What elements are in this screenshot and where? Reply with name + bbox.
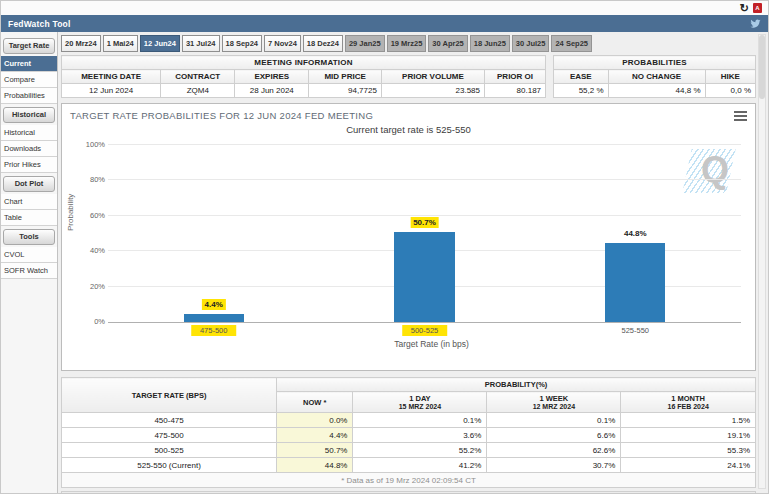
sub-column-line1: 1 MONTH	[624, 394, 752, 403]
month-cell: 19.1%	[621, 428, 756, 443]
column-header-ease: EASE	[554, 70, 609, 84]
now-cell: 50.7%	[277, 443, 353, 458]
y-tick-80: 80%	[78, 175, 105, 184]
watermark-letter: Q	[701, 149, 729, 191]
sidebar-item-prior-hikes[interactable]: Prior Hikes	[1, 157, 57, 173]
sidebar-item-table[interactable]: Table	[1, 210, 57, 226]
gridline-100	[108, 144, 741, 145]
vertical-scrollbar[interactable]	[758, 34, 766, 489]
scrollbar-thumb[interactable]	[759, 35, 765, 99]
chart-menu-icon[interactable]	[734, 110, 747, 123]
rate-cell: 475-500	[62, 428, 277, 443]
now-cell: 4.4%	[277, 428, 353, 443]
column-header-prior-volume: PRIOR VOLUME	[381, 70, 484, 84]
plot-wrapper: Probability Q 0%20%40%60%80%100%4.4%475-…	[62, 145, 755, 323]
column-header-meeting-date: MEETING DATE	[62, 70, 161, 84]
tab-20-mrz24[interactable]: 20 Mrz24	[61, 35, 101, 52]
app-titlebar: FedWatch Tool	[1, 15, 768, 32]
sidebar-section-tools: Tools	[3, 229, 55, 245]
column-header-contract: CONTRACT	[161, 70, 235, 84]
refresh-icon[interactable]: ↻	[740, 3, 749, 13]
month-cell: 1.5%	[621, 413, 756, 428]
tab-29-jan25[interactable]: 29 Jan25	[345, 35, 385, 52]
tab-1-mai24[interactable]: 1 Mai24	[103, 35, 138, 52]
watermark-stripes	[682, 149, 735, 193]
now-cell: 44.8%	[277, 458, 353, 473]
content-area: 20 Mrz241 Mai2412 Jun2431 Jul2418 Sep247…	[58, 32, 768, 493]
pdf-icon[interactable]: A	[753, 3, 762, 13]
sidebar-item-current[interactable]: Current	[1, 56, 57, 72]
browser-strip: ↻ A	[1, 1, 768, 15]
week-cell: 62.6%	[487, 443, 621, 458]
cell-ease: 55,2 %	[554, 84, 609, 98]
y-tick-60: 60%	[78, 211, 105, 220]
day-cell: 0.1%	[353, 413, 487, 428]
sidebar-item-compare[interactable]: Compare	[1, 72, 57, 88]
tab-30-jul25[interactable]: 30 Jul25	[512, 35, 550, 52]
sidebar-item-cvol[interactable]: CVOL	[1, 247, 57, 263]
cell-hike: 0,0 %	[705, 84, 756, 98]
day-cell: 41.2%	[353, 458, 487, 473]
tab-24-sep25[interactable]: 24 Sep25	[551, 35, 592, 52]
fedwatch-app: ↻ A FedWatch Tool Target RateCurrentComp…	[0, 0, 769, 494]
y-tick-100: 100%	[78, 140, 105, 149]
sidebar-item-historical[interactable]: Historical	[1, 125, 57, 141]
sub-column-1-week: 1 WEEK12 MRZ 2024	[487, 392, 621, 413]
tab-19-mrz25[interactable]: 19 Mrz25	[387, 35, 427, 52]
bar-value-label-525-550: 44.8%	[621, 228, 650, 239]
tab-7-nov24[interactable]: 7 Nov24	[264, 35, 301, 52]
sidebar-item-probabilities[interactable]: Probabilities	[1, 88, 57, 104]
month-cell: 24.1%	[621, 458, 756, 473]
cell-contract: ZQM4	[161, 84, 235, 98]
sidebar-item-downloads[interactable]: Downloads	[1, 141, 57, 157]
sub-column-line2: 15 MRZ 2024	[356, 403, 483, 410]
table-row-450-475: 450-4750.0%0.1%0.1%1.5%	[62, 413, 756, 428]
chart-bar-500-525[interactable]	[394, 232, 454, 322]
sidebar-item-chart[interactable]: Chart	[1, 194, 57, 210]
chart-title: TARGET RATE PROBABILITIES FOR 12 JUN 202…	[70, 110, 373, 121]
table-row-475-500: 475-5004.4%3.6%6.6%19.1%	[62, 428, 756, 443]
y-tick-20: 20%	[78, 282, 105, 291]
probability-group-header: PROBABILITY(%)	[277, 378, 756, 392]
cell-meeting-date: 12 Jun 2024	[62, 84, 161, 98]
tab-18-jun25[interactable]: 18 Jun25	[470, 35, 510, 52]
sub-column-line1: 1 DAY	[356, 394, 483, 403]
week-cell: 6.6%	[487, 428, 621, 443]
x-tick-525-550: 525-550	[613, 325, 659, 336]
cell-prior-oi: 80.187	[485, 84, 546, 98]
cell-prior-volume: 23.585	[381, 84, 484, 98]
week-cell: 0.1%	[487, 413, 621, 428]
sub-column-1-day: 1 DAY15 MRZ 2024	[353, 392, 487, 413]
week-cell: 30.7%	[487, 458, 621, 473]
day-cell: 3.6%	[353, 428, 487, 443]
x-tick-475-500: 475-500	[191, 325, 237, 336]
tab-12-jun24[interactable]: 12 Jun24	[140, 35, 180, 52]
cell-no-change: 44,8 %	[608, 84, 705, 98]
meeting-info-title: MEETING INFORMATION	[62, 56, 546, 70]
month-cell: 55.3%	[621, 443, 756, 458]
probability-history-table: TARGET RATE (BPS) PROBABILITY(%) NOW *1 …	[61, 377, 756, 488]
x-tick-500-525: 500-525	[402, 325, 448, 336]
meeting-date-tabs: 20 Mrz241 Mai2412 Jun2431 Jul2418 Sep247…	[61, 35, 756, 52]
tab-18-dez24[interactable]: 18 Dez24	[303, 35, 343, 52]
chart-header: TARGET RATE PROBABILITIES FOR 12 JUN 202…	[62, 104, 755, 123]
q-watermark-logo: Q	[687, 149, 731, 193]
sidebar: Target RateCurrentCompareProbabilitiesHi…	[1, 32, 58, 493]
twitter-icon[interactable]	[750, 19, 761, 29]
sub-column-now: NOW *	[277, 392, 353, 413]
tab-18-sep24[interactable]: 18 Sep24	[222, 35, 263, 52]
sub-column-line1: 1 WEEK	[490, 394, 617, 403]
tab-30-apr25[interactable]: 30 Apr25	[428, 35, 467, 52]
sidebar-section-target-rate: Target Rate	[3, 38, 55, 54]
bar-value-label-475-500: 4.4%	[202, 299, 226, 310]
chart-bar-525-550[interactable]	[605, 243, 665, 322]
gridline-80	[108, 179, 741, 180]
data-asof-note: * Data as of 19 Mrz 2024 02:09:54 CT	[62, 473, 756, 488]
column-header-mid-price: MID PRICE	[309, 70, 382, 84]
target-rate-group-header: TARGET RATE (BPS)	[62, 378, 277, 413]
meeting-info-table: MEETING INFORMATION MEETING DATECONTRACT…	[61, 55, 546, 98]
summary-tables: MEETING INFORMATION MEETING DATECONTRACT…	[61, 55, 756, 98]
tab-31-jul24[interactable]: 31 Jul24	[182, 35, 220, 52]
chart-bar-475-500[interactable]	[184, 314, 244, 322]
sidebar-item-sofr-watch[interactable]: SOFR Watch	[1, 263, 57, 279]
